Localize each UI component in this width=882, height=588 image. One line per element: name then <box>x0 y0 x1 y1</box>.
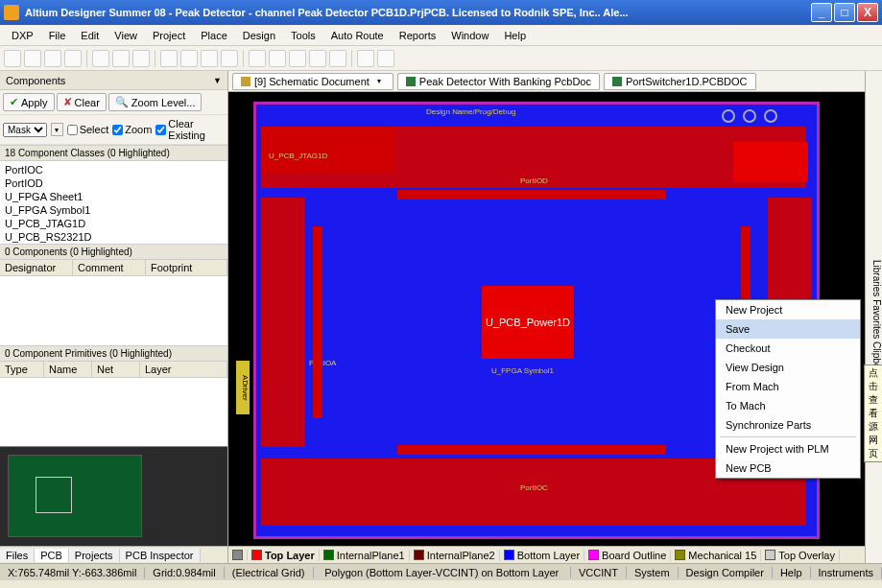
col-layer[interactable]: Layer <box>140 362 227 377</box>
mask-dropdown[interactable]: ▾ <box>51 123 63 136</box>
toolbar-btn[interactable] <box>201 50 218 67</box>
col-comment[interactable]: Comment <box>73 260 146 275</box>
menu-place[interactable]: Place <box>195 28 233 43</box>
components-list[interactable] <box>0 276 227 345</box>
ctx-view-design[interactable]: View Design <box>716 358 860 377</box>
ctx-new-pcb[interactable]: New PCB <box>716 459 860 478</box>
zoom-checkbox[interactable]: Zoom <box>112 124 152 135</box>
col-name[interactable]: Name <box>44 362 92 377</box>
layer-plane2[interactable]: InternalPlane2 <box>410 550 500 561</box>
preview-pane[interactable] <box>0 446 227 546</box>
ctx-to-mach[interactable]: To Mach <box>716 396 860 415</box>
col-footprint[interactable]: Footprint <box>146 260 227 275</box>
doctab-portswitcher[interactable]: PortSwitcher1D.PCBDOC <box>604 73 756 90</box>
layer-overlay[interactable]: Top Overlay <box>761 550 840 561</box>
tab-pcb-inspector[interactable]: PCB Inspector <box>120 549 201 562</box>
tooltip: 点击查看源网页 <box>864 365 882 462</box>
minimize-button[interactable]: _ <box>811 3 832 22</box>
silk-header: Design Name/Prog/Debug <box>426 107 515 116</box>
menu-help[interactable]: Help <box>498 28 532 43</box>
status-system[interactable]: System <box>627 567 679 578</box>
col-type[interactable]: Type <box>0 362 44 377</box>
col-designator[interactable]: Designator <box>0 260 73 275</box>
menu-reports[interactable]: Reports <box>393 28 442 43</box>
ctx-separator <box>720 436 856 437</box>
silk-fpga: U_FPGA Symbol1 <box>491 366 554 375</box>
menu-tools[interactable]: Tools <box>285 28 322 43</box>
toolbar-btn[interactable] <box>44 50 61 67</box>
toolbar-btn[interactable] <box>4 50 21 67</box>
adriver-label: ADriver <box>236 361 250 414</box>
toolbar-btn[interactable] <box>269 50 286 67</box>
menu-file[interactable]: File <box>43 28 72 43</box>
tab-files[interactable]: Files <box>0 549 35 562</box>
chip-power: U_PCB_Power1D <box>482 286 574 359</box>
ctx-sync-parts[interactable]: Synchronize Parts <box>716 415 860 435</box>
silk-jtag: U_PCB_JTAG1D <box>269 152 327 160</box>
ctx-from-mach[interactable]: From Mach <box>716 377 860 396</box>
toolbar-btn[interactable] <box>357 50 374 67</box>
primitives-header: 0 Component Primitives (0 Highlighted) <box>0 345 227 362</box>
toolbar-btn[interactable] <box>64 50 82 67</box>
tab-pcb[interactable]: PCB <box>35 549 69 562</box>
layer-mech15[interactable]: Mechanical 15 <box>671 550 761 561</box>
ctx-new-project-plm[interactable]: New Project with PLM <box>716 439 860 459</box>
toolbar-btn[interactable] <box>309 50 326 67</box>
maximize-button[interactable]: □ <box>834 3 855 22</box>
menu-autoroute[interactable]: Auto Route <box>325 28 390 43</box>
mask-select[interactable]: Mask <box>3 123 47 137</box>
status-help[interactable]: Help <box>773 567 811 578</box>
menu-design[interactable]: Design <box>237 28 281 43</box>
toolbar-btn[interactable] <box>249 50 266 67</box>
col-net[interactable]: Net <box>92 362 140 377</box>
window-title: Altium Designer Summer 08 - Peak Detecto… <box>25 7 811 18</box>
toolbar-btn[interactable] <box>92 50 109 67</box>
primitives-list[interactable] <box>0 378 227 447</box>
status-instruments[interactable]: Instruments <box>811 567 882 578</box>
toolbar-btn[interactable] <box>24 50 41 67</box>
silk-portioc: PortIOC <box>520 483 548 492</box>
menu-view[interactable]: View <box>108 28 143 43</box>
menu-bar: DXP File Edit View Project Place Design … <box>0 25 882 46</box>
apply-button[interactable]: ✔Apply <box>3 93 55 111</box>
tab-projects[interactable]: Projects <box>69 549 120 562</box>
ctx-new-project[interactable]: New Project <box>716 300 860 319</box>
right-rail-tabs[interactable]: Libraries Favorites Clipboard <box>865 71 882 563</box>
classes-list[interactable]: PortIOC PortIOD U_FPGA Sheet1 U_FPGA Sym… <box>0 161 227 244</box>
chevron-down-icon[interactable]: ▾ <box>373 77 385 85</box>
menu-project[interactable]: Project <box>147 28 191 43</box>
ctx-save[interactable]: Save <box>716 319 860 339</box>
menu-window[interactable]: Window <box>445 28 494 43</box>
layer-outline[interactable]: Board Outline <box>584 550 671 561</box>
status-design-compiler[interactable]: Design Compiler <box>679 567 773 578</box>
components-header: 0 Components (0 Highlighted) <box>0 244 227 260</box>
toolbar-btn[interactable] <box>112 50 130 67</box>
classes-header: 18 Component Classes (0 Highlighted) <box>0 145 227 161</box>
select-checkbox[interactable]: Select <box>67 124 109 135</box>
doctab-peak-detector[interactable]: Peak Detector With Banking PcbDoc <box>397 73 600 90</box>
status-grid: Grid:0.984mil <box>145 567 224 578</box>
clear-button[interactable]: ✘Clear <box>57 93 107 111</box>
toolbar-btn[interactable] <box>180 50 198 67</box>
toolbar-btn[interactable] <box>132 50 150 67</box>
status-polygon: Polygon (Bottom Layer-VCCINT) on Bottom … <box>314 567 571 578</box>
toolbar-btn[interactable] <box>289 50 306 67</box>
zoom-level-button[interactable]: 🔍Zoom Level... <box>108 93 203 111</box>
toolbar-btn[interactable] <box>329 50 346 67</box>
toolbar <box>0 46 882 71</box>
layer-top[interactable]: Top Layer <box>248 550 320 561</box>
toolbar-btn[interactable] <box>221 50 238 67</box>
panel-dropdown-icon[interactable]: ▼ <box>213 76 222 85</box>
context-menu: New Project Save Checkout View Design Fr… <box>715 299 861 479</box>
doctab-schematic[interactable]: [9] Schematic Document ▾ <box>232 73 393 90</box>
app-icon <box>4 5 19 20</box>
clear-existing-checkbox[interactable]: Clear Existing <box>155 118 225 141</box>
menu-edit[interactable]: Edit <box>75 28 105 43</box>
ctx-checkout[interactable]: Checkout <box>716 339 860 358</box>
toolbar-btn[interactable] <box>377 50 394 67</box>
close-button[interactable]: X <box>857 3 878 22</box>
layer-bottom[interactable]: Bottom Layer <box>500 550 584 561</box>
toolbar-btn[interactable] <box>160 50 178 67</box>
menu-dxp[interactable]: DXP <box>6 28 39 43</box>
layer-plane1[interactable]: InternalPlane1 <box>320 550 410 561</box>
